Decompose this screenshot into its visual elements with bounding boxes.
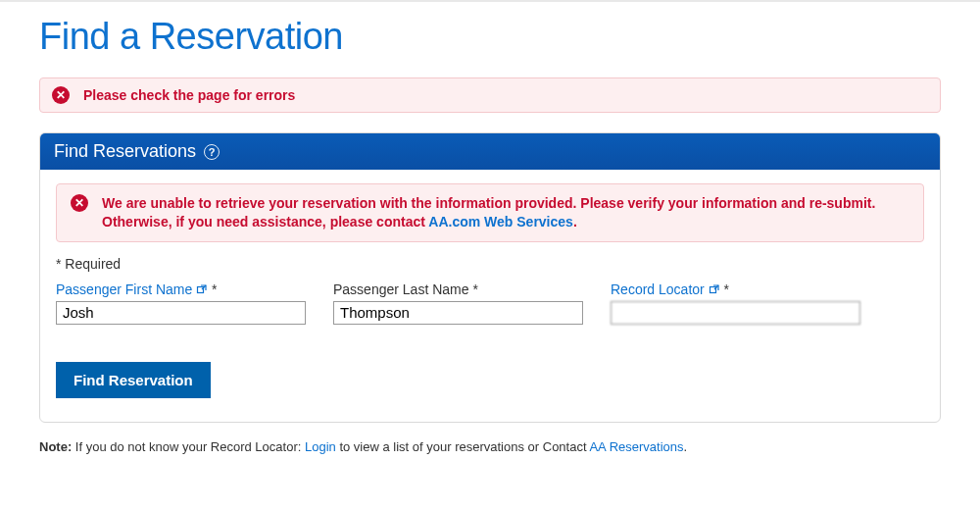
- first-name-label[interactable]: Passenger First Name *: [56, 281, 306, 297]
- help-icon[interactable]: ?: [204, 144, 220, 160]
- panel-header-title: Find Reservations: [54, 141, 196, 162]
- svg-rect-1: [710, 286, 715, 292]
- required-note: * Required: [56, 256, 924, 272]
- find-reservations-panel: Find Reservations ? ✕ We are unable to r…: [39, 132, 941, 423]
- retrieve-error-text: We are unable to retrieve your reservati…: [102, 194, 909, 231]
- last-name-label: Passenger Last Name *: [333, 281, 583, 297]
- error-icon: ✕: [52, 86, 70, 104]
- record-locator-label[interactable]: Record Locator *: [611, 281, 860, 297]
- login-link[interactable]: Login: [305, 439, 336, 454]
- aa-reservations-link[interactable]: AA Reservations: [589, 439, 683, 454]
- record-locator-field: Record Locator *: [611, 281, 860, 325]
- panel-header: Find Reservations ?: [40, 133, 940, 170]
- find-reservation-button[interactable]: Find Reservation: [56, 362, 211, 398]
- popup-icon: [709, 283, 720, 295]
- top-error-text: Please check the page for errors: [83, 87, 295, 103]
- page-title: Find a Reservation: [39, 16, 941, 58]
- record-locator-input[interactable]: [611, 301, 860, 325]
- error-icon: ✕: [71, 194, 88, 212]
- note-prefix: Note:: [39, 439, 72, 454]
- last-name-field: Passenger Last Name *: [333, 281, 583, 325]
- first-name-field: Passenger First Name *: [56, 281, 306, 325]
- popup-icon: [196, 283, 208, 295]
- top-error-banner: ✕ Please check the page for errors: [39, 77, 941, 113]
- svg-rect-0: [198, 286, 204, 292]
- first-name-input[interactable]: [56, 301, 306, 325]
- web-services-link[interactable]: AA.com Web Services: [428, 214, 573, 230]
- last-name-input[interactable]: [333, 301, 583, 325]
- footer-note: Note: If you do not know your Record Loc…: [39, 438, 941, 456]
- retrieve-error-banner: ✕ We are unable to retrieve your reserva…: [56, 183, 924, 242]
